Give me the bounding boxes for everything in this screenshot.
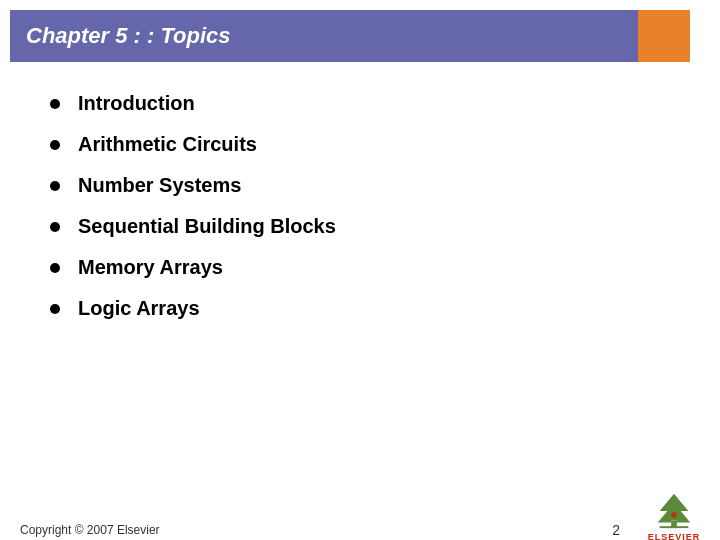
page-number: 2	[612, 522, 620, 538]
list-item: Sequential Building Blocks	[50, 215, 680, 238]
elsevier-logo: ELSEVIER	[640, 482, 708, 540]
content-area: Introduction Arithmetic Circuits Number …	[0, 62, 720, 358]
svg-point-3	[671, 512, 677, 518]
bullet-dot	[50, 304, 60, 314]
header-accent	[638, 10, 690, 62]
header-bar: Chapter 5 : : Topics	[10, 10, 690, 62]
footer-area: Copyright © 2007 Elsevier 2	[0, 522, 720, 538]
copyright-text: Copyright © 2007 Elsevier	[20, 523, 160, 537]
svg-rect-1	[660, 526, 689, 528]
slide: Chapter 5 : : Topics Introduction Arithm…	[0, 10, 720, 540]
list-item: Arithmetic Circuits	[50, 133, 680, 156]
elsevier-tree-icon	[649, 490, 699, 530]
bullet-dot	[50, 140, 60, 150]
list-item: Introduction	[50, 92, 680, 115]
elsevier-label: ELSEVIER	[648, 532, 701, 540]
bullet-dot	[50, 181, 60, 191]
slide-title: Chapter 5 : : Topics	[26, 23, 231, 49]
bullet-dot	[50, 263, 60, 273]
svg-marker-2	[658, 494, 690, 523]
list-item: Logic Arrays	[50, 297, 680, 320]
bullet-list: Introduction Arithmetic Circuits Number …	[50, 92, 680, 320]
bullet-dot	[50, 222, 60, 232]
bullet-dot	[50, 99, 60, 109]
list-item: Memory Arrays	[50, 256, 680, 279]
list-item: Number Systems	[50, 174, 680, 197]
